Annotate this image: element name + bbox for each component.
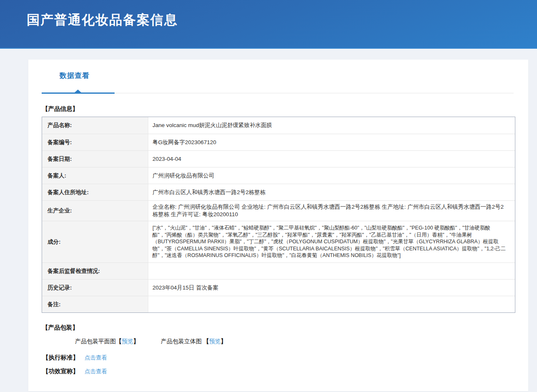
bracket-close: 】 (221, 338, 227, 345)
row-label: 备案后监督检查情况: (42, 263, 148, 279)
efficacy-claim-link[interactable]: 点击查看 (85, 368, 107, 375)
packaging-flat-label: 产品包装平面图 (75, 338, 116, 345)
table-row-remarks: 备注: (42, 296, 515, 312)
packaging-stereo-label: 产品包装立体图 (161, 338, 202, 345)
section-title-product-packaging: 【产品包装】 (42, 324, 528, 332)
row-label: 产品名称: (42, 117, 148, 134)
tab-data-view[interactable]: 数据查看 (60, 71, 90, 80)
packaging-stereo-group: 产品包装立体图 【预览】 (161, 338, 227, 345)
row-value: Jane volcanic mud妍泥火山泥舒缓紧致补水面膜 (148, 117, 515, 134)
row-value: 2023-04-04 (148, 151, 515, 167)
row-label: 备案人: (42, 167, 148, 184)
packaging-flat-group: 产品包装平面图【预览】 (75, 338, 139, 345)
row-label: 备案日期: (42, 151, 148, 167)
page-header: 国产普通化妆品备案信息 (0, 0, 537, 49)
row-value: 广州市白云区人和镇秀水塘西一路2号2栋整栋 (148, 184, 515, 200)
packaging-images-row: 产品包装平面图【预览】 产品包装立体图 【预览】 (75, 338, 528, 345)
row-label: 备注: (42, 296, 148, 312)
row-label: 备案人住所地址: (42, 184, 148, 200)
row-label: 成分: (42, 221, 148, 262)
table-row-supervision: 备案后监督检查情况: (42, 262, 515, 279)
row-value: 2023年04月15日 首次备案 (148, 280, 515, 296)
execution-standard-row: 【执行标准】 点击查看 (42, 354, 528, 362)
section-title-product-info: 【产品信息】 (42, 105, 528, 113)
row-value (148, 263, 515, 279)
bracket-open: 【 (116, 338, 122, 345)
table-row-manufacturer: 生产企业: 企业名称: 广州润研化妆品有限公司 企业地址: 广州市白云区人和镇秀… (42, 200, 515, 221)
row-value (148, 296, 515, 312)
section-title-efficacy-claim: 【功效宣称】 (42, 367, 79, 375)
product-info-table: 产品名称: Jane volcanic mud妍泥火山泥舒缓紧致补水面膜 备案编… (42, 117, 515, 313)
table-row-ingredients: 成分: ["水"，"火山泥"，"甘油"，"液体石蜡"，"鲸蜡硬脂醇"，"聚二甲基… (42, 221, 515, 262)
page-title: 国产普通化妆品备案信息 (0, 0, 537, 29)
table-row-filing-number: 备案编号: 粤G妆网备字2023067120 (42, 134, 515, 150)
row-label: 备案编号: (42, 134, 148, 150)
execution-standard-link[interactable]: 点击查看 (85, 354, 107, 362)
row-value: 粤G妆网备字2023067120 (148, 134, 515, 150)
table-row-product-name: 产品名称: Jane volcanic mud妍泥火山泥舒缓紧致补水面膜 (42, 117, 515, 134)
bracket-open: 【 (203, 338, 209, 345)
tab-strip (42, 90, 514, 94)
tab-bar: 数据查看 (28, 71, 528, 80)
row-value: ["水"，"火山泥"，"甘油"，"液体石蜡"，"鲸蜡硬脂醇"，"聚二甲基硅氧烷"… (148, 221, 515, 262)
row-value: 广州润研化妆品有限公司 (148, 167, 515, 184)
tab-pointer-triangle-icon (74, 90, 82, 93)
table-row-filer: 备案人: 广州润研化妆品有限公司 (42, 167, 515, 184)
row-label: 历史记录: (42, 280, 148, 296)
bracket-close: 】 (133, 338, 139, 345)
section-title-execution-standard: 【执行标准】 (42, 354, 79, 362)
preview-stereo-link[interactable]: 预览 (209, 338, 221, 345)
row-value: 企业名称: 广州润研化妆品有限公司 企业地址: 广州市白云区人和镇秀水塘西一路2… (148, 201, 515, 221)
table-row-filing-date: 备案日期: 2023-04-04 (42, 150, 515, 167)
efficacy-claim-row: 【功效宣称】 点击查看 (42, 367, 528, 375)
table-row-filer-address: 备案人住所地址: 广州市白云区人和镇秀水塘西一路2号2栋整栋 (42, 184, 515, 200)
content-card: 数据查看 【产品信息】 产品名称: Jane volcanic mud妍泥火山泥… (28, 60, 528, 391)
preview-flat-link[interactable]: 预览 (122, 338, 133, 345)
row-label: 生产企业: (42, 201, 148, 221)
table-row-history: 历史记录: 2023年04月15日 首次备案 (42, 279, 515, 296)
